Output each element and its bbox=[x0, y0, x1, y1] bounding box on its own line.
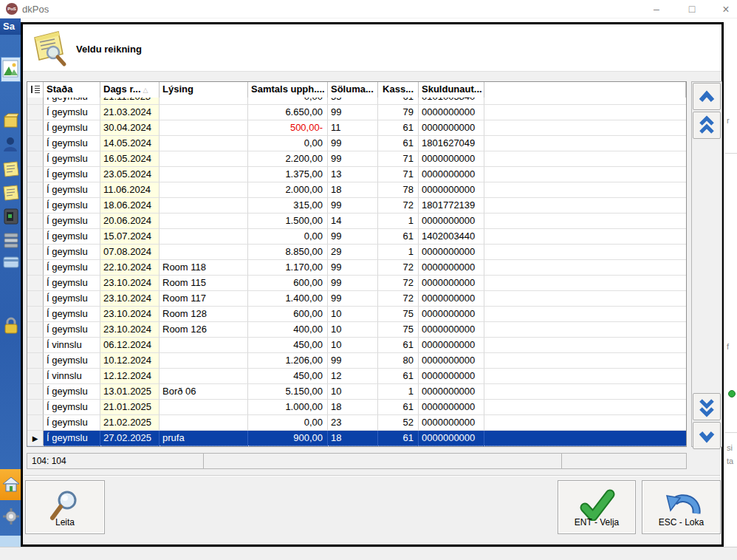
cell-kassi[interactable]: 1 bbox=[378, 384, 419, 400]
cell-stada[interactable]: Í geymslu bbox=[44, 229, 100, 245]
cell-solumadur[interactable]: 99 bbox=[328, 229, 378, 245]
table-row[interactable]: Í vinnslu 06.12.2024 450,00 10 61 000000… bbox=[27, 338, 686, 353]
cell-solumadur[interactable]: 55 bbox=[328, 98, 378, 105]
cell-dags[interactable]: 06.12.2024 bbox=[100, 338, 160, 353]
cell-solumadur[interactable]: 18 bbox=[328, 182, 378, 198]
row-selector-cell[interactable] bbox=[27, 338, 44, 353]
cell-upphaed[interactable]: 2.000,00 bbox=[248, 182, 328, 198]
cell-solumadur[interactable]: 10 bbox=[328, 307, 378, 322]
cell-lysing[interactable] bbox=[160, 415, 248, 431]
cell-lysing[interactable]: prufa bbox=[160, 431, 248, 446]
column-header-samtals[interactable]: Samtals upph.... bbox=[248, 82, 328, 98]
cell-dags[interactable]: 23.05.2024 bbox=[100, 167, 160, 182]
cell-stada[interactable]: Í geymslu bbox=[44, 120, 100, 136]
cell-solumadur[interactable]: 18 bbox=[328, 431, 378, 446]
cell-lysing[interactable] bbox=[160, 245, 248, 260]
cell-upphaed[interactable]: 400,00 bbox=[248, 322, 328, 338]
cell-stada[interactable]: Í geymslu bbox=[44, 400, 100, 415]
column-header-dags[interactable]: Dags r...△ bbox=[100, 82, 160, 98]
row-selector-cell[interactable] bbox=[27, 151, 44, 167]
cell-dags[interactable]: 07.08.2024 bbox=[100, 245, 160, 260]
cell-stada[interactable]: Í geymslu bbox=[44, 353, 100, 369]
table-row[interactable]: Í vinnslu 12.12.2024 450,00 12 61 000000… bbox=[27, 369, 686, 384]
cell-dags[interactable]: 21.03.2024 bbox=[100, 105, 160, 120]
cell-dags[interactable]: 21.11.2023 bbox=[100, 98, 160, 105]
maximize-button[interactable]: □ bbox=[679, 0, 705, 18]
cell-lysing[interactable]: Room 117 bbox=[160, 291, 248, 307]
cell-skuldunautur[interactable]: 1402003440 bbox=[419, 229, 484, 245]
cell-upphaed[interactable]: 5.150,00 bbox=[248, 384, 328, 400]
cell-dags[interactable]: 20.06.2024 bbox=[100, 214, 160, 229]
cell-lysing[interactable] bbox=[160, 98, 248, 105]
table-row[interactable]: Í geymslu 15.07.2024 0,00 99 61 14020034… bbox=[27, 229, 686, 245]
table-row[interactable]: Í geymslu 30.04.2024 500,00- 11 61 00000… bbox=[27, 120, 686, 136]
row-selector-cell[interactable] bbox=[27, 353, 44, 369]
cell-solumadur[interactable]: 13 bbox=[328, 167, 378, 182]
cell-lysing[interactable]: Borð 06 bbox=[160, 384, 248, 400]
scroll-down-button[interactable] bbox=[693, 422, 721, 449]
cell-skuldunautur[interactable]: 0000000000 bbox=[419, 431, 484, 446]
cell-kassi[interactable]: 72 bbox=[378, 198, 419, 214]
row-selector-cell[interactable] bbox=[27, 120, 44, 136]
cell-kassi[interactable]: 72 bbox=[378, 260, 419, 276]
cell-skuldunautur[interactable]: 0000000000 bbox=[419, 260, 484, 276]
cell-skuldunautur[interactable]: 0000000000 bbox=[419, 307, 484, 322]
cell-skuldunautur[interactable]: 0000000000 bbox=[419, 338, 484, 353]
table-row[interactable]: Í geymslu 07.08.2024 8.850,00 29 1 00000… bbox=[27, 245, 686, 260]
cell-stada[interactable]: Í geymslu bbox=[44, 322, 100, 338]
cell-dags[interactable]: 23.10.2024 bbox=[100, 307, 160, 322]
cell-skuldunautur[interactable]: 1801772139 bbox=[419, 198, 484, 214]
cell-kassi[interactable]: 80 bbox=[378, 353, 419, 369]
cell-solumadur[interactable]: 29 bbox=[328, 245, 378, 260]
cell-kassi[interactable]: 61 bbox=[378, 338, 419, 353]
row-selector-cell[interactable] bbox=[27, 229, 44, 245]
cell-lysing[interactable] bbox=[160, 400, 248, 415]
cell-lysing[interactable] bbox=[160, 338, 248, 353]
cell-kassi[interactable]: 71 bbox=[378, 151, 419, 167]
row-selector-cell[interactable] bbox=[27, 136, 44, 151]
cell-stada[interactable]: Í geymslu bbox=[44, 291, 100, 307]
cell-skuldunautur[interactable]: 0000000000 bbox=[419, 353, 484, 369]
cell-upphaed[interactable]: 2.200,00 bbox=[248, 151, 328, 167]
row-selector-cell[interactable] bbox=[27, 260, 44, 276]
cell-solumadur[interactable]: 18 bbox=[328, 400, 378, 415]
cell-kassi[interactable]: 61 bbox=[378, 120, 419, 136]
cell-solumadur[interactable]: 99 bbox=[328, 151, 378, 167]
page-up-button[interactable] bbox=[693, 112, 721, 139]
user-icon[interactable] bbox=[2, 135, 20, 151]
column-header-selector[interactable] bbox=[27, 82, 44, 98]
cell-skuldunautur[interactable]: 0000000000 bbox=[419, 291, 484, 307]
cell-stada[interactable]: Í geymslu bbox=[44, 198, 100, 214]
cell-dags[interactable]: 11.06.2024 bbox=[100, 182, 160, 198]
cell-solumadur[interactable]: 99 bbox=[328, 353, 378, 369]
cell-kassi[interactable]: 72 bbox=[378, 291, 419, 307]
cell-lysing[interactable]: Room 128 bbox=[160, 307, 248, 322]
cell-solumadur[interactable]: 14 bbox=[328, 214, 378, 229]
cell-lysing[interactable] bbox=[160, 105, 248, 120]
cell-dags[interactable]: 27.02.2025 bbox=[100, 431, 160, 446]
cell-stada[interactable]: Í vinnslu bbox=[44, 338, 100, 353]
cell-dags[interactable]: 23.10.2024 bbox=[100, 291, 160, 307]
cell-stada[interactable]: Í geymslu bbox=[44, 431, 100, 446]
cell-upphaed[interactable]: 0,00 bbox=[248, 415, 328, 431]
cell-stada[interactable]: Í geymslu bbox=[44, 260, 100, 276]
cell-dags[interactable]: 22.10.2024 bbox=[100, 260, 160, 276]
cell-skuldunautur[interactable]: 0000000000 bbox=[419, 276, 484, 291]
cell-skuldunautur[interactable]: 0000000000 bbox=[419, 384, 484, 400]
cell-solumadur[interactable]: 23 bbox=[328, 415, 378, 431]
cell-stada[interactable]: Í geymslu bbox=[44, 214, 100, 229]
cell-skuldunautur[interactable]: 1801627049 bbox=[419, 136, 484, 151]
row-selector-cell[interactable] bbox=[27, 167, 44, 182]
cell-lysing[interactable] bbox=[160, 229, 248, 245]
close-button[interactable]: × bbox=[713, 0, 737, 18]
cell-skuldunautur[interactable]: 0000000000 bbox=[419, 322, 484, 338]
gear-icon[interactable] bbox=[2, 508, 20, 524]
table-row[interactable]: Í geymslu 23.10.2024 Room 128 600,00 10 … bbox=[27, 307, 686, 322]
cell-solumadur[interactable]: 99 bbox=[328, 198, 378, 214]
cell-stada[interactable]: Í geymslu bbox=[44, 182, 100, 198]
lock-icon[interactable] bbox=[2, 316, 20, 332]
cell-solumadur[interactable]: 99 bbox=[328, 105, 378, 120]
cell-lysing[interactable]: Room 118 bbox=[160, 260, 248, 276]
cell-solumadur[interactable]: 12 bbox=[328, 369, 378, 384]
table-row[interactable]: Í geymslu 22.10.2024 Room 118 1.170,00 9… bbox=[27, 260, 686, 276]
